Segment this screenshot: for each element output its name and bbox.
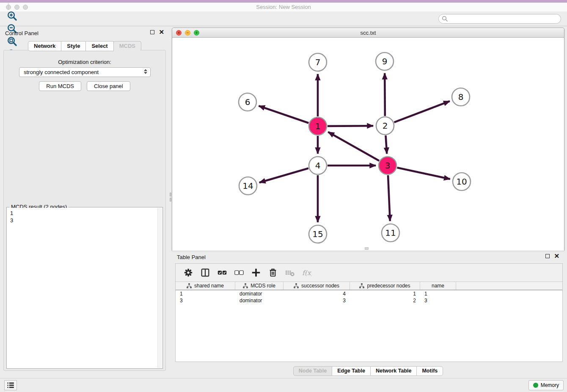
graph-node-3[interactable]: 3: [379, 157, 396, 174]
graph-node-4[interactable]: 4: [309, 157, 327, 174]
graph-edge-2-8[interactable]: [394, 101, 450, 122]
memory-button[interactable]: Memory: [528, 380, 564, 390]
tab-network[interactable]: Network: [28, 41, 61, 51]
zoom-in-icon: [7, 11, 18, 22]
graph-node-8[interactable]: 8: [452, 88, 470, 106]
memory-status-icon: [533, 383, 538, 388]
export-image-icon: [7, 0, 18, 1]
node-label-10: 10: [456, 177, 467, 187]
add-row-button[interactable]: [249, 266, 263, 279]
window-titlebar: Session: New Session: [0, 3, 567, 11]
table-cell[interactable]: 3: [420, 297, 456, 304]
table-row[interactable]: 3dominator323: [176, 297, 562, 304]
table-cell[interactable]: 1: [176, 290, 235, 297]
column-header-predecessor-nodes[interactable]: predecessor nodes: [350, 282, 420, 290]
table-cell[interactable]: dominator: [235, 297, 284, 304]
graph-node-11[interactable]: 11: [382, 224, 399, 242]
search-input[interactable]: [438, 14, 561, 24]
table-cell[interactable]: 1: [420, 290, 456, 297]
graph-node-9[interactable]: 9: [376, 52, 394, 70]
column-header-successor-nodes[interactable]: successor nodes: [284, 282, 350, 290]
node-label-6: 6: [245, 97, 250, 107]
status-bar: Memory: [0, 378, 567, 392]
memory-label: Memory: [541, 382, 559, 388]
tab-mcds[interactable]: MCDS: [113, 41, 141, 51]
graph-edge-2-3[interactable]: [385, 135, 387, 154]
close-panel-icon[interactable]: ✕: [159, 30, 164, 34]
deselect-all-icon: [234, 268, 244, 278]
float-panel-icon[interactable]: [150, 30, 154, 34]
table-cell[interactable]: 3: [176, 297, 235, 304]
column-header-MCDS-role[interactable]: MCDS role: [235, 282, 284, 290]
table-cell[interactable]: 2: [350, 297, 420, 304]
run-mcds-button[interactable]: Run MCDS: [39, 81, 81, 91]
graph-edge-3-11[interactable]: [388, 175, 390, 221]
column-header-shared-name[interactable]: shared name: [176, 282, 235, 290]
criterion-select[interactable]: strongly connected component: [19, 67, 151, 77]
tab-select[interactable]: Select: [85, 41, 113, 51]
close-table-panel-icon[interactable]: ✕: [554, 254, 559, 258]
add-row-icon: [251, 268, 261, 278]
tab-motifs[interactable]: Motifs: [416, 366, 443, 376]
graph-edge-1-2[interactable]: [328, 126, 373, 126]
tab-node-table[interactable]: Node Table: [293, 366, 332, 376]
mcds-result-text: 1 3: [7, 208, 162, 226]
graph-node-1[interactable]: 1: [309, 117, 327, 135]
node-label-8: 8: [458, 92, 464, 102]
graph-edge-1-6[interactable]: [259, 106, 308, 123]
export-image-button[interactable]: [4, 0, 20, 2]
column-label: successor nodes: [301, 283, 339, 289]
graph-node-2[interactable]: 2: [376, 117, 394, 135]
close-panel-button[interactable]: Close panel: [87, 81, 130, 91]
node-table-container: f(x) shared nameMCDS rolesuccessor nodes…: [175, 263, 563, 362]
column-label: shared name: [194, 283, 224, 289]
optimization-criterion-label: Optimization criterion:: [4, 59, 165, 65]
graph-node-7[interactable]: 7: [309, 53, 327, 71]
deselect-all-button[interactable]: [232, 266, 246, 279]
settings-button[interactable]: [182, 266, 195, 279]
tab-network-table[interactable]: Network Table: [370, 366, 417, 376]
toolbar-separator: [8, 2, 8, 9]
network-canvas[interactable]: 7968124314101511: [172, 38, 564, 251]
table-panel-tabs: Node TableEdge TableNetwork TableMotifs: [172, 366, 564, 376]
table-cell[interactable]: dominator: [235, 290, 284, 297]
delete-row-button[interactable]: [266, 266, 280, 279]
search-box: [438, 14, 561, 24]
select-all-button[interactable]: [215, 266, 229, 279]
table-cell[interactable]: 4: [284, 290, 350, 297]
float-table-panel-icon[interactable]: [545, 254, 550, 258]
graph-node-10[interactable]: 10: [453, 173, 471, 190]
mcds-result-box: MCDS result (2 nodes) 1 3: [6, 207, 163, 369]
node-table: shared nameMCDS rolesuccessor nodesprede…: [176, 282, 562, 362]
function-builder-icon: f(x): [302, 268, 312, 278]
graph-edge-3-10[interactable]: [397, 168, 450, 179]
table-row[interactable]: 1dominator411: [176, 290, 562, 297]
table-cell[interactable]: 1: [350, 290, 420, 297]
tab-style[interactable]: Style: [61, 41, 86, 51]
column-label: predecessor nodes: [367, 283, 410, 289]
result-scrollbar[interactable]: [157, 208, 162, 368]
canvas-resize-handle[interactable]: [365, 247, 369, 250]
graph-node-15[interactable]: 15: [309, 225, 327, 243]
table-panel-title: Table Panel: [177, 254, 206, 260]
graph-edge-4-14[interactable]: [259, 168, 308, 182]
graph-edge-2-9[interactable]: [385, 73, 385, 116]
node-label-3: 3: [385, 160, 391, 171]
column-type-icon: [294, 283, 299, 288]
column-header-name[interactable]: name: [420, 282, 456, 290]
mcds-result-area[interactable]: 1 3: [7, 208, 162, 368]
zoom-in-button[interactable]: [4, 10, 20, 22]
criterion-select-value: strongly connected component: [24, 69, 99, 75]
graph-node-14[interactable]: 14: [239, 177, 257, 195]
graph-node-6[interactable]: 6: [239, 93, 256, 111]
column-label: name: [432, 283, 444, 289]
table-cell[interactable]: 3: [284, 297, 350, 304]
graph-edge-3-1[interactable]: [328, 132, 379, 161]
column-type-icon: [187, 283, 192, 288]
tab-edge-table[interactable]: Edge Table: [332, 366, 371, 376]
mcds-tab-content: Optimization criterion: strongly connect…: [3, 50, 166, 371]
network-window-titlebar[interactable]: ×−+ scc.txt: [172, 28, 564, 38]
task-history-button[interactable]: [4, 380, 17, 390]
node-label-2: 2: [383, 121, 388, 131]
columns-button[interactable]: [198, 266, 212, 279]
